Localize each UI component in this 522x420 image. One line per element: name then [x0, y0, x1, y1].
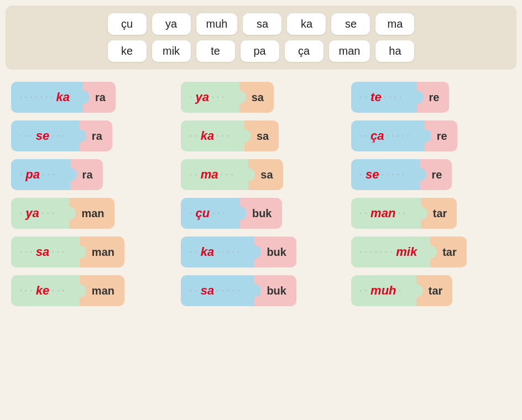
word-tile[interactable]: muh: [196, 13, 238, 35]
puzzle-card: ·ya···man: [11, 198, 171, 229]
puzzle-notch: [410, 91, 424, 104]
puzzle-right: man: [69, 198, 114, 229]
puzzle-notch: [414, 207, 427, 220]
puzzle-left: ·pa···: [11, 159, 70, 190]
puzzle-left: ··ka·····: [181, 237, 254, 267]
puzzle-notch: [73, 245, 86, 259]
word-tile[interactable]: ka: [287, 13, 326, 35]
puzzle-right: man: [80, 275, 124, 306]
word-bank-row-1: çuyamuhsakasema: [15, 13, 507, 35]
puzzle-left: ·······ka: [11, 82, 83, 113]
word-bank: çuyamuhsakasema kemiktepaçamanha: [6, 6, 516, 70]
puzzle-notch: [413, 168, 426, 181]
puzzle-left: ··ka···: [181, 120, 244, 151]
puzzle-notch: [424, 245, 437, 259]
puzzle-card: ··te····re: [351, 82, 511, 113]
puzzle-left: ···se···: [11, 120, 80, 151]
puzzle-card: ···ke···man: [11, 275, 171, 306]
puzzle-left: ·ya···: [181, 82, 239, 113]
word-tile[interactable]: ha: [375, 40, 414, 62]
puzzle-card: ·çu···buk: [181, 198, 341, 229]
puzzle-card: ·······miktar: [351, 237, 511, 267]
puzzle-notch: [248, 245, 261, 259]
puzzle-right: man: [80, 237, 124, 267]
puzzle-left: ·ya···: [11, 198, 69, 229]
puzzle-notch: [76, 91, 90, 104]
puzzle-card: ··man··tar: [351, 198, 511, 229]
puzzle-card: ··sa·····buk: [181, 275, 341, 306]
puzzle-grid: ·······kara·ya···sa··te····re···se···ra·…: [6, 82, 516, 306]
word-tile[interactable]: te: [196, 40, 235, 62]
puzzle-notch: [73, 129, 86, 143]
puzzle-notch: [233, 207, 247, 220]
puzzle-left: ·çu···: [181, 198, 240, 229]
puzzle-left: ··sa·····: [181, 275, 254, 306]
puzzle-notch: [238, 129, 251, 143]
puzzle-notch: [233, 91, 246, 104]
word-tile[interactable]: mik: [152, 40, 191, 62]
word-tile[interactable]: ça: [285, 40, 323, 62]
puzzle-left: ··muh·: [351, 275, 416, 306]
word-tile[interactable]: ke: [108, 40, 147, 62]
puzzle-notch: [242, 168, 255, 181]
puzzle-left: ···ke···: [11, 275, 80, 306]
puzzle-card: ··muh·tar: [351, 275, 511, 306]
puzzle-card: ··ma···sa: [181, 159, 341, 190]
puzzle-card: ·······kara: [11, 82, 171, 113]
puzzle-left: ··te····: [351, 82, 417, 113]
puzzle-left: ··ça·····: [351, 120, 425, 151]
puzzle-left: ·se·····: [351, 159, 420, 190]
puzzle-notch: [418, 129, 431, 143]
word-tile[interactable]: pa: [241, 40, 279, 62]
puzzle-card: ··ça·····re: [351, 120, 511, 151]
puzzle-card: ···se···ra: [11, 120, 171, 151]
puzzle-left: ··ma···: [181, 159, 248, 190]
puzzle-notch: [410, 284, 423, 297]
word-tile[interactable]: çu: [108, 13, 147, 35]
word-tile[interactable]: ma: [375, 13, 414, 35]
puzzle-left: ··man··: [351, 198, 421, 229]
puzzle-notch: [62, 207, 76, 220]
puzzle-card: ···sa···man: [11, 237, 171, 267]
word-bank-row-2: kemiktepaçamanha: [15, 40, 507, 62]
word-tile[interactable]: ya: [152, 13, 191, 35]
puzzle-notch: [73, 284, 86, 297]
puzzle-card: ··ka···sa: [181, 120, 341, 151]
puzzle-card: ·ya···sa: [181, 82, 341, 113]
word-tile[interactable]: se: [331, 13, 370, 35]
puzzle-left: ···sa···: [11, 237, 80, 267]
word-tile[interactable]: man: [329, 40, 370, 62]
puzzle-left: ·······mik: [351, 237, 431, 267]
puzzle-card: ·se·····re: [351, 159, 511, 190]
word-tile[interactable]: sa: [243, 13, 281, 35]
puzzle-card: ·pa···ra: [11, 159, 171, 190]
puzzle-notch: [248, 284, 261, 297]
puzzle-card: ··ka·····buk: [181, 237, 341, 267]
puzzle-notch: [64, 168, 77, 181]
